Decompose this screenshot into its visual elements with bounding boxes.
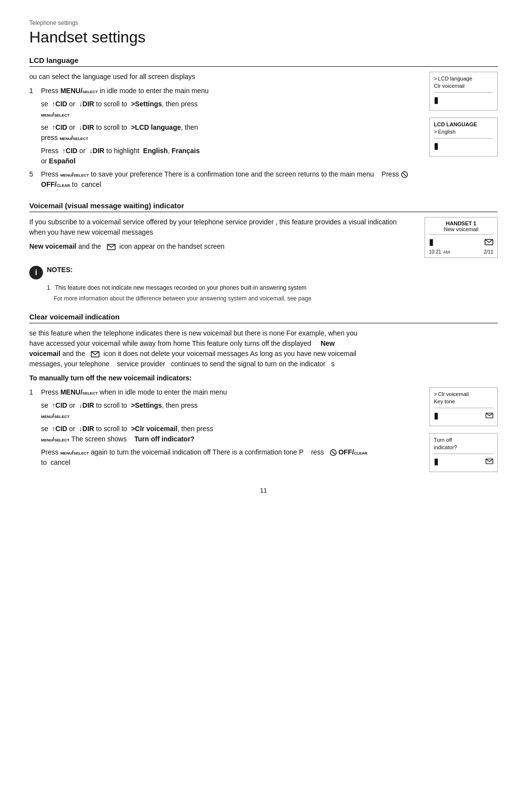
lcd-indent-3: Press ↑CID or ↓DIR to highlight English,… bbox=[41, 146, 420, 166]
clear-voicemail-icon bbox=[91, 350, 101, 357]
handset-date: 2/11 bbox=[484, 249, 493, 255]
voicemail-envelope-icon bbox=[107, 242, 118, 250]
handset-battery-icon: ▮ bbox=[429, 237, 434, 247]
lcd-screen-2: LCD LANGUAGE English ▮ bbox=[429, 118, 498, 157]
note-item-1: 1 This feature does not indicate new mes… bbox=[47, 283, 498, 292]
manual-step-1: 1 Press MENU/select when in idle mode to… bbox=[29, 387, 420, 397]
step-5: 5 Press menu/select to save your prefere… bbox=[29, 169, 420, 190]
handset-time: 10:21 bbox=[429, 249, 441, 255]
clr-screen-2: Turn off indicator? ▮ bbox=[429, 433, 498, 472]
handset-ampm: AM bbox=[443, 250, 450, 255]
lcd-indent-1: se ↑CID or ↓DIR to scroll to >Settings, … bbox=[41, 99, 420, 119]
handset-new-voicemail: New voicemail bbox=[429, 226, 493, 232]
section-voicemail-indicator: Voicemail (visual message waiting) indic… bbox=[29, 201, 498, 258]
page-number: 11 bbox=[29, 487, 498, 494]
section-header-voicemail: Voicemail (visual message waiting) indic… bbox=[29, 201, 498, 212]
notes-block: i NOTES: bbox=[29, 266, 498, 279]
handset-title: HANDSET 1 bbox=[429, 220, 493, 226]
clear-voicemail-screens: Clr voicemail Key tone ▮ Turn off indica bbox=[429, 387, 498, 472]
svg-line-6 bbox=[332, 451, 335, 454]
manual-turn-off-label: To manually turn off the new voicemail i… bbox=[29, 373, 361, 383]
clear-para: se this feature when the telephone indic… bbox=[29, 328, 361, 369]
page-title: Handset settings bbox=[29, 28, 498, 46]
clr-battery-icon-1: ▮ bbox=[434, 410, 439, 421]
clr-battery-icon-2: ▮ bbox=[434, 456, 439, 467]
voicemail-para-2: New voicemail and the icon appear on the… bbox=[29, 241, 415, 252]
step-1-num: 1 bbox=[29, 86, 37, 96]
lcd-intro: ou can select the language used for all … bbox=[29, 72, 420, 82]
voicemail-para-1: If you subscribe to a voicemail service … bbox=[29, 217, 415, 238]
manual-indent-3: Press menu/select again to turn the voic… bbox=[41, 447, 420, 468]
handset-time-row: 10:21 AM 2/11 bbox=[429, 249, 493, 255]
battery-icon-1: ▮ bbox=[434, 95, 439, 105]
breadcrumb: Telephone settings bbox=[29, 20, 498, 26]
handset-screen: HANDSET 1 New voicemail ▮ 10:21 AM 2/11 bbox=[425, 217, 498, 258]
manual-indent-1: se ↑CID or ↓DIR to scroll to >Settings, … bbox=[41, 400, 420, 421]
handset-voicemail-icon bbox=[485, 238, 493, 245]
lcd-screen-1: LCD language Clr voicemail ▮ bbox=[429, 72, 498, 111]
section-header-lcd: LCD language bbox=[29, 56, 498, 67]
clr-screen-1: Clr voicemail Key tone ▮ bbox=[429, 387, 498, 426]
lcd-screens: LCD language Clr voicemail ▮ LCD LANGUAG… bbox=[429, 72, 498, 157]
clr-voicemail-icon-2 bbox=[486, 458, 493, 464]
manual-indent-2: se ↑CID or ↓DIR to scroll to >Clr voicem… bbox=[41, 424, 420, 444]
step-1-text: Press MENU/select in idle mode to enter … bbox=[41, 86, 420, 96]
clr-voicemail-icon-1 bbox=[486, 412, 493, 418]
section-lcd-language: LCD language ou can select the language … bbox=[29, 56, 498, 193]
battery-icon-2: ▮ bbox=[434, 140, 439, 151]
notes-label: NOTES: bbox=[47, 266, 73, 274]
section-clear-voicemail: Clear voicemail indication se this featu… bbox=[29, 313, 498, 472]
section-header-clear: Clear voicemail indication bbox=[29, 313, 498, 323]
svg-line-1 bbox=[403, 173, 406, 176]
info-icon: i bbox=[29, 266, 43, 279]
lcd-indent-2: se ↑CID or ↓DIR to scroll to >LCD langua… bbox=[41, 122, 420, 143]
note-item-1-sub: For more information about the differenc… bbox=[54, 294, 498, 303]
